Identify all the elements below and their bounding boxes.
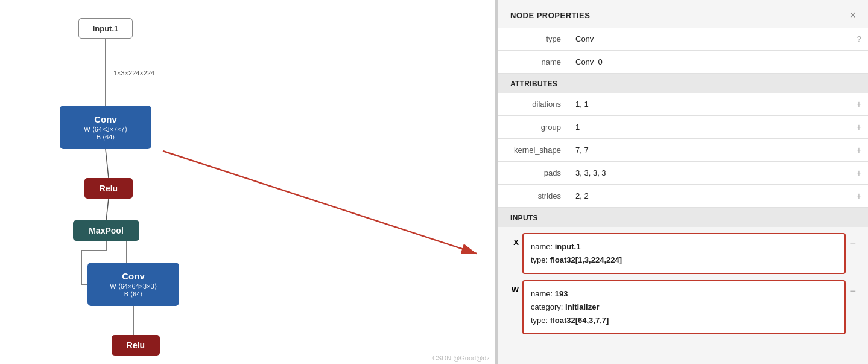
node-conv2-detail-b: B ⟨64⟩ [124, 290, 143, 298]
prop-row-name: name Conv_0 [498, 51, 868, 74]
input-x-minus[interactable]: − [846, 233, 856, 251]
prop-label-name: name [498, 57, 571, 66]
node-relu1-label: Relu [100, 184, 118, 193]
node-maxpool[interactable]: MaxPool [73, 220, 139, 241]
input-x-type-label: type: [531, 255, 550, 264]
section-attributes: ATTRIBUTES [498, 74, 868, 93]
svg-line-10 [163, 151, 477, 254]
prop-row-strides: strides 2, 2 + [498, 185, 868, 208]
node-input[interactable]: input.1 [78, 18, 133, 39]
prop-value-name: Conv_0 [571, 53, 850, 71]
input-w-type-value: float32[64,3,7,7] [550, 316, 609, 325]
watermark: CSDN @Good@dz [432, 354, 490, 362]
input-w-content: name: 193 category: Initializer type: fl… [531, 287, 837, 327]
svg-line-1 [106, 149, 109, 178]
prop-value-kernel-shape: 7, 7 [571, 141, 850, 159]
input-w-letter: W [510, 280, 522, 294]
input-x-letter: X [510, 233, 522, 247]
node-conv2-detail-w: W ⟨64×64×3×3⟩ [110, 283, 156, 290]
node-maxpool-label: MaxPool [89, 226, 124, 235]
input-card-x[interactable]: name: input.1 type: float32[1,3,224,224] [522, 233, 846, 274]
input-w-name-label: name: [531, 289, 555, 298]
props-panel: NODE PROPERTIES × type Conv ? name Conv_… [498, 0, 868, 364]
prop-label-pads: pads [498, 168, 571, 177]
node-input-label: input.1 [93, 24, 119, 33]
prop-label-strides: strides [498, 191, 571, 200]
close-button[interactable]: × [849, 10, 856, 21]
input-x-name-value: input.1 [555, 242, 581, 251]
props-title: NODE PROPERTIES [510, 11, 590, 20]
prop-action-pads[interactable]: + [850, 168, 868, 179]
node-relu2[interactable]: Relu [112, 335, 160, 356]
prop-value-group: 1 [571, 118, 850, 136]
input-x-type-value: float32[1,3,224,224] [550, 255, 622, 264]
prop-value-type: Conv [571, 30, 850, 48]
node-conv2-title: Conv [122, 271, 145, 281]
node-conv1-title: Conv [94, 114, 117, 124]
prop-value-pads: 3, 3, 3, 3 [571, 164, 850, 182]
prop-row-group: group 1 + [498, 116, 868, 139]
input-card-w[interactable]: name: 193 category: Initializer type: fl… [522, 280, 846, 334]
props-header: NODE PROPERTIES × [498, 0, 868, 28]
prop-label-kernel-shape: kernel_shape [498, 145, 571, 155]
prop-action-kernel-shape[interactable]: + [850, 145, 868, 156]
prop-row-type: type Conv ? [498, 28, 868, 51]
node-relu2-label: Relu [127, 340, 145, 350]
input-w-minus[interactable]: − [846, 280, 856, 298]
graph-connectors [0, 0, 495, 364]
prop-value-dilations: 1, 1 [571, 95, 850, 113]
prop-action-type[interactable]: ? [850, 34, 868, 43]
node-relu1[interactable]: Relu [84, 178, 133, 199]
input-w-type-label: type: [531, 316, 550, 325]
prop-label-group: group [498, 123, 571, 132]
prop-action-dilations[interactable]: + [850, 99, 868, 110]
prop-value-strides: 2, 2 [571, 187, 850, 205]
prop-label-dilations: dilations [498, 100, 571, 109]
node-conv1-detail-b: B ⟨64⟩ [97, 133, 115, 141]
node-conv1-detail-w: W ⟨64×3×7×7⟩ [84, 126, 127, 133]
input-x-name-label: name: [531, 242, 555, 251]
graph-panel: input.1 1×3×224×224 Conv W ⟨64×3×7×7⟩ B … [0, 0, 495, 364]
prop-row-dilations: dilations 1, 1 + [498, 93, 868, 116]
prop-action-strides[interactable]: + [850, 191, 868, 202]
input-x-content: name: input.1 type: float32[1,3,224,224] [531, 240, 837, 267]
prop-label-type: type [498, 34, 571, 43]
input-w-category-label: category: [531, 302, 565, 311]
edge-label-1x3x224x224: 1×3×224×224 [113, 69, 154, 77]
prop-action-group[interactable]: + [850, 122, 868, 133]
prop-row-kernel-shape: kernel_shape 7, 7 + [498, 139, 868, 162]
section-inputs: INPUTS [498, 208, 868, 227]
prop-row-pads: pads 3, 3, 3, 3 + [498, 162, 868, 185]
input-w-name-value: 193 [555, 289, 568, 298]
node-conv1[interactable]: Conv W ⟨64×3×7×7⟩ B ⟨64⟩ [60, 106, 151, 149]
node-conv2[interactable]: Conv W ⟨64×64×3×3⟩ B ⟨64⟩ [87, 263, 179, 306]
inputs-section: X name: input.1 type: float32[1,3,224,22… [498, 227, 868, 346]
input-w-category-value: Initializer [565, 302, 599, 311]
svg-line-2 [106, 199, 109, 220]
